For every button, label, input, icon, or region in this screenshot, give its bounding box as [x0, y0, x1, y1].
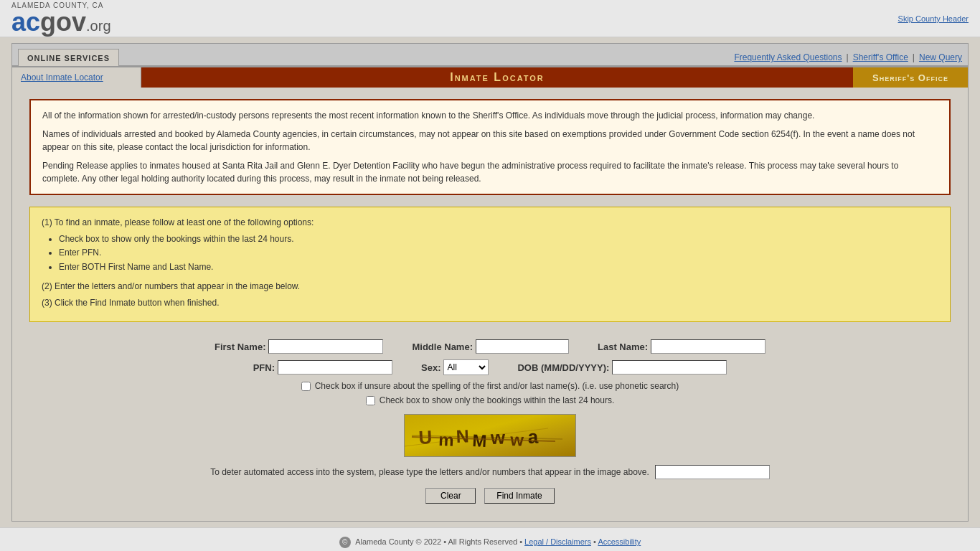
warning-paragraph-3: Pending Release applies to inmates house… [42, 159, 938, 185]
sheriffs-office-link[interactable]: Sheriff's Office [853, 52, 908, 62]
county-logo-large: acgov.org [11, 9, 111, 35]
footer: © Alameda County © 2022 • All Rights Res… [0, 527, 980, 551]
nav-separator-2: | [913, 52, 915, 62]
last-name-group: Last Name: [598, 339, 765, 354]
legal-disclaimers-link[interactable]: Legal / Disclaimers [524, 537, 591, 546]
about-inmate-locator-link[interactable]: About Inmate Locator [12, 67, 141, 88]
page-title: Inmate Locator [141, 67, 853, 88]
first-name-label: First Name: [215, 342, 266, 352]
phonetic-search-label: Check box if unsure about the spelling o… [315, 381, 679, 391]
svg-text:m: m [438, 430, 454, 450]
instruction-bullets: Check box to show only the bookings with… [59, 232, 938, 274]
checkbox-row-1: Check box if unsure about the spelling o… [29, 381, 951, 391]
footer-text: Alameda County © 2022 • All Rights Reser… [355, 537, 522, 546]
new-query-link[interactable]: New Query [919, 52, 962, 62]
instruction-bullet-3: Enter BOTH First Name and Last Name. [59, 260, 938, 274]
form-row-names: First Name: Middle Name: Last Name: [29, 339, 951, 354]
warning-paragraph-1: All of the information shown for arreste… [42, 109, 938, 122]
dob-group: DOB (MM/DD/YYYY): [517, 360, 727, 375]
captcha-instruction-row: To deter automated access into the syste… [29, 465, 951, 479]
online-services-tab: ONLINE SERVICES [18, 49, 119, 66]
svg-text:M: M [472, 430, 487, 451]
last-24-hours-label: Check box to show only the bookings with… [380, 395, 615, 405]
instruction-step1: (1) To find an inmate, please follow at … [42, 216, 938, 230]
pfn-group: PFN: [253, 360, 392, 375]
last-24-hours-checkbox[interactable] [366, 396, 375, 405]
middle-name-input[interactable] [476, 339, 569, 354]
phonetic-search-checkbox[interactable] [301, 382, 311, 391]
warning-box: All of the information shown for arreste… [29, 99, 951, 195]
footer-icon: © [339, 537, 351, 548]
form-row-pfn-sex-dob: PFN: Sex: All Male Female DOB (MM/DD/YYY… [29, 359, 951, 375]
nav-separator-1: | [847, 52, 849, 62]
sex-group: Sex: All Male Female [421, 359, 489, 375]
skip-county-header-link[interactable]: Skip County Header [898, 14, 969, 23]
instruction-bullet-2: Enter PFN. [59, 246, 938, 260]
pfn-label: PFN: [253, 362, 275, 373]
svg-text:N: N [456, 426, 469, 447]
sheriffs-office-title: Sheriff's Office [853, 67, 968, 88]
captcha-image: U m N M w w a [404, 414, 576, 457]
logo-org: .org [86, 18, 110, 34]
warning-paragraph-2: Names of individuals arrested and booked… [42, 128, 938, 154]
logo-gov: gov [40, 7, 86, 37]
dob-label: DOB (MM/DD/YYYY): [517, 362, 609, 373]
faq-link[interactable]: Frequently Asked Questions [734, 52, 842, 62]
svg-text:w: w [490, 427, 507, 448]
last-name-label: Last Name: [598, 342, 648, 352]
sex-select[interactable]: All Male Female [443, 359, 489, 375]
instruction-bullet-1: Check box to show only the bookings with… [59, 232, 938, 246]
instruction-step3: (3) Click the Find Inmate button when fi… [42, 296, 938, 310]
instruction-step2: (2) Enter the letters and/or numbers tha… [42, 280, 938, 293]
nav-links: Frequently Asked Questions | Sheriff's O… [734, 52, 968, 65]
middle-name-group: Middle Name: [412, 339, 569, 354]
button-row: Clear Find Inmate [29, 488, 951, 504]
captcha-area: U m N M w w a To deter automated access [29, 414, 951, 479]
captcha-svg: U m N M w w a [405, 414, 575, 457]
dob-input[interactable] [612, 360, 727, 375]
logo-ac: ac [11, 7, 40, 37]
clear-button[interactable]: Clear [425, 488, 476, 504]
captcha-input[interactable] [655, 465, 770, 479]
first-name-input[interactable] [268, 339, 383, 354]
accessibility-link[interactable]: Accessibility [598, 537, 641, 546]
search-form: First Name: Middle Name: Last Name: [29, 334, 951, 509]
svg-text:a: a [527, 426, 539, 448]
find-inmate-button[interactable]: Find Inmate [484, 488, 554, 504]
first-name-group: First Name: [215, 339, 384, 354]
middle-name-label: Middle Name: [412, 342, 473, 352]
footer-bullet: • [593, 537, 596, 546]
sex-label: Sex: [421, 362, 440, 373]
captcha-instruction-text: To deter automated access into the syste… [210, 467, 649, 477]
county-logo: ALAMEDA COUNTY, CA acgov.org [11, 1, 111, 35]
instructions-box: (1) To find an inmate, please follow at … [29, 207, 951, 322]
title-bar: About Inmate Locator Inmate Locator Sher… [12, 67, 968, 88]
pfn-input[interactable] [278, 360, 392, 375]
last-name-input[interactable] [651, 339, 765, 354]
checkbox-row-2: Check box to show only the bookings with… [29, 395, 951, 405]
